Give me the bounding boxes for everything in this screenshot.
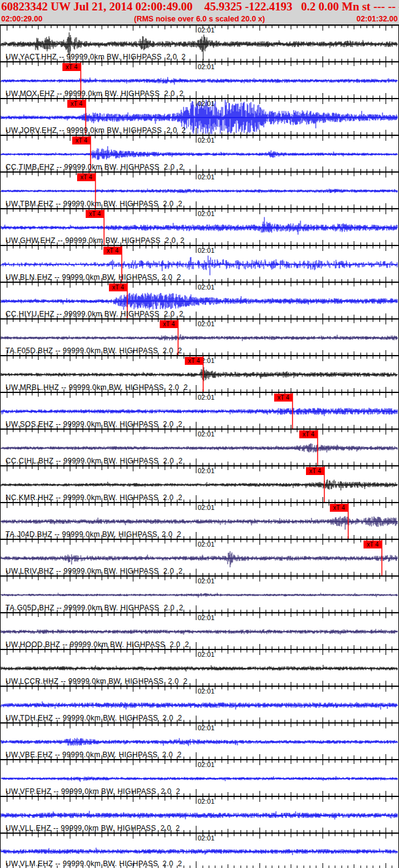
pick-flag[interactable]: xT 4	[274, 394, 293, 402]
seismogram-waveform	[1, 217, 398, 235]
pick-flag[interactable]: xT 4	[330, 504, 348, 512]
trace-label: UW.TDH.EHZ -- 99999.0km BW. HIGHPASS 2.0…	[6, 714, 182, 722]
trace-panel-uw-vlm-ehz[interactable]: 02:01UW.VLM.EHZ -- 99999.0km BW. HIGHPAS…	[0, 832, 399, 868]
minute-label: 02:01	[198, 283, 215, 291]
trace-panel-cc-hiyu-ehz[interactable]: 02:01xT 4CC.HIYU.EHZ -- 99999.0km BW. HI…	[0, 282, 399, 318]
trace-panel-nc-kmr-hhz[interactable]: 02:01xT 4NC.KMR.HHZ -- 99999.0km BW. HIG…	[0, 465, 399, 502]
minute-label: 02:01	[198, 614, 215, 621]
seismogram-waveform	[1, 848, 398, 855]
trace-label: TA.J04D.BHZ -- 99999.0km BW. HIGHPASS 2.…	[6, 531, 181, 539]
seismogram-waveform	[1, 776, 398, 782]
trace-label: UW.LRIV.BHZ -- 99999.0km BW. HIGHPASS 2.…	[6, 567, 183, 575]
seismogram-waveform	[1, 738, 398, 746]
trace-label: TA.G05D.BHZ -- 99999.0km BW. HIGHPASS 2.…	[6, 604, 183, 612]
pick-flag[interactable]: xT 4	[67, 100, 86, 108]
pick-flag[interactable]: xT 4	[306, 467, 324, 475]
trace-label: NC.KMR.HHZ -- 99999.0km BW. HIGHPASS 2.0…	[6, 494, 182, 502]
minute-label: 02:01	[198, 320, 215, 327]
seismogram-waveform	[1, 479, 398, 490]
seismogram-waveform	[1, 293, 398, 310]
minute-label: 02:01	[198, 210, 215, 217]
minute-label: 02:01	[198, 247, 215, 254]
pick-flag[interactable]: xT 4	[299, 430, 318, 438]
seismogram-waveform	[1, 256, 398, 275]
trace-label: UW.VLM.EHZ -- 99999.0km BW. HIGHPASS 2.0…	[6, 860, 182, 868]
minute-label: 02:01	[198, 504, 215, 511]
trace-label: UW.BLN.EHZ -- 99999.0km BW. HIGHPASS 2.0…	[6, 274, 181, 282]
trace-label: TA.F05D.BHZ -- 99999.0km BW. HIGHPASS 2.…	[6, 347, 182, 355]
minute-label: 02:01	[198, 687, 215, 695]
seismogram-waveform	[1, 443, 398, 452]
trace-panel-uw-hood-bhz[interactable]: 02:01UW.HOOD.BHZ -- 99999.0km BW. HIGHPA…	[0, 612, 399, 649]
trace-panel-uw-bln-ehz[interactable]: 02:01xT 4UW.BLN.EHZ -- 99999.0km BW. HIG…	[0, 245, 399, 282]
pick-flag[interactable]: xT 4	[62, 63, 81, 71]
trace-label: UW.VBE.EHZ -- 99999.0km BW. HIGHPASS 2.0…	[6, 751, 182, 759]
trace-panel-ta-f05d-bhz[interactable]: 02:01xT 4TA.F05D.BHZ -- 99999.0km BW. HI…	[0, 318, 399, 355]
minute-label: 02:01	[198, 63, 215, 70]
trace-label: UW.VLL.EHZ -- 99999.0km BW. HIGHPASS 2.0…	[6, 825, 180, 832]
trace-panel-uw-lccr-hhz[interactable]: 02:01UW.LCCR.HHZ -- 99999.0km BW. HIGHPA…	[0, 649, 399, 686]
pick-flag[interactable]: xT 4	[77, 173, 95, 181]
seismogram-waveform	[1, 593, 398, 597]
scaling-note: (RMS noise over 6.0 s scaled 20.0 x)	[134, 15, 265, 23]
minute-label: 02:01	[198, 26, 215, 34]
trace-panel-uw-ghw-ehz[interactable]: 02:01xT 4UW.GHW.EHZ -- 99999.0km BW. HIG…	[0, 208, 399, 245]
pick-flag[interactable]: xT 4	[103, 247, 122, 255]
minute-label: 02:01	[198, 724, 215, 731]
seismogram-waveform	[1, 77, 398, 85]
minute-label: 02:01	[198, 798, 215, 805]
trace-panel-uw-sos-ehz[interactable]: 02:01xT 4UW.SOS.EHZ -- 99999.0km BW. HIG…	[0, 392, 399, 428]
trace-label: UW.TBM.EHZ -- 99999.0km BW. HIGHPASS 2.0…	[6, 200, 182, 208]
trace-panel-cc-cihl-bhz[interactable]: 02:01xT 4CC.CIHL.BHZ -- 99999.0km BW. HI…	[0, 428, 399, 465]
minute-label: 02:01	[198, 541, 215, 548]
trace-panel-uw-vbe-ehz[interactable]: 02:01UW.VBE.EHZ -- 99999.0km BW. HIGHPAS…	[0, 722, 399, 759]
trace-panel-uw-tdh-ehz[interactable]: 02:01UW.TDH.EHZ -- 99999.0km BW. HIGHPAS…	[0, 686, 399, 722]
trace-label: UW.SOS.EHZ -- 99999.0km BW. HIGHPASS 2.0…	[6, 421, 182, 428]
minute-label: 02:01	[198, 137, 215, 144]
pick-flag[interactable]: xT 4	[109, 283, 127, 291]
trace-panel-uw-mrbl-hhz[interactable]: 02:01xT 4UW.MRBL.HHZ -- 99999.0km BW. HI…	[0, 355, 399, 392]
trace-label: UW.YACT.HHZ -- 99999.0km BW. HIGHPASS 2.…	[6, 53, 185, 61]
minute-label: 02:01	[198, 467, 215, 474]
trace-panel-uw-jorv-ehz[interactable]: 02:01xT 4UW.JORV.EHZ -- 99999.0km BW. HI…	[0, 98, 399, 135]
minute-label: 02:01	[198, 394, 215, 401]
trace-label: UW.VFP.EHZ -- 99999.0km BW. HIGHPASS 2.0…	[6, 788, 181, 796]
seismogram-waveform	[1, 334, 398, 341]
minute-label: 02:01	[198, 577, 215, 585]
trace-label: UW.LCCR.HHZ -- 99999.0km BW. HIGHPASS 2.…	[6, 678, 187, 686]
trace-panel-uw-mox-ehz[interactable]: 02:01xT 4UW.MOX.EHZ -- 99999.0km BW. HIG…	[0, 61, 399, 98]
pick-flag[interactable]: xT 4	[86, 210, 104, 218]
trace-panel-cc-timb-ehz[interactable]: 02:01xT 4CC.TIMB.EHZ -- 99999.0km BW. HI…	[0, 135, 399, 171]
pick-flag[interactable]: xT 4	[364, 541, 382, 548]
event-header-title: 60823342 UW Jul 21, 2014 02:00:49.00 45.…	[0, 0, 399, 13]
seismogram-waveform	[1, 408, 398, 416]
trace-label: CC.TIMB.EHZ -- 99999.0km BW. HIGHPASS 2.…	[6, 163, 184, 171]
pick-flag[interactable]: xT 4	[160, 320, 178, 328]
trace-panel-uw-vll-ehz[interactable]: 02:01UW.VLL.EHZ -- 99999.0km BW. HIGHPAS…	[0, 796, 399, 832]
seismogram-waveform	[1, 189, 398, 193]
trace-panel-uw-tbm-ehz[interactable]: 02:01xT 4UW.TBM.EHZ -- 99999.0km BW. HIG…	[0, 171, 399, 208]
trace-label: UW.JORV.EHZ -- 99999.0km BW. HIGHPASS 2.…	[6, 127, 186, 135]
window-start-time: 02:00:29.00	[1, 15, 42, 23]
trace-panel-uw-lriv-bhz[interactable]: 02:01xT 4UW.LRIV.BHZ -- 99999.0km BW. HI…	[0, 539, 399, 575]
minute-label: 02:01	[198, 100, 215, 107]
trace-label: UW.GHW.EHZ -- 99999.0km BW. HIGHPASS 2.0…	[6, 237, 184, 245]
seismogram-waveform	[1, 665, 398, 672]
trace-panel-ta-g05d-bhz[interactable]: 02:01TA.G05D.BHZ -- 99999.0km BW. HIGHPA…	[0, 575, 399, 612]
time-axis-header: 02:00:29.00 (RMS noise over 6.0 s scaled…	[0, 13, 399, 24]
seismogram-waveform	[1, 551, 398, 567]
trace-panel-uw-yact-hhz[interactable]: 02:01UW.YACT.HHZ -- 99999.0km BW. HIGHPA…	[0, 24, 399, 61]
trace-label: UW.HOOD.BHZ -- 99999.0km BW. HIGHPASS 2.…	[6, 641, 189, 649]
minute-label: 02:01	[198, 761, 215, 768]
pick-flag[interactable]: xT 4	[72, 137, 91, 144]
trace-label: UW.MRBL.HHZ -- 99999.0km BW. HIGHPASS 2.…	[6, 384, 188, 392]
trace-panel-uw-vfp-ehz[interactable]: 02:01UW.VFP.EHZ -- 99999.0km BW. HIGHPAS…	[0, 759, 399, 796]
seismogram-waveform	[1, 367, 398, 381]
pick-flag[interactable]: xT 4	[185, 357, 203, 365]
trace-stack: 02:01UW.YACT.HHZ -- 99999.0km BW. HIGHPA…	[0, 24, 399, 868]
seismogram-waveform	[1, 517, 398, 530]
waveform-pick-window: 60823342 UW Jul 21, 2014 02:00:49.00 45.…	[0, 0, 399, 868]
trace-panel-ta-j04d-bhz[interactable]: 02:01xT 4TA.J04D.BHZ -- 99999.0km BW. HI…	[0, 502, 399, 539]
minute-label: 02:01	[198, 651, 215, 658]
window-end-time: 02:01:32.00	[357, 15, 398, 23]
